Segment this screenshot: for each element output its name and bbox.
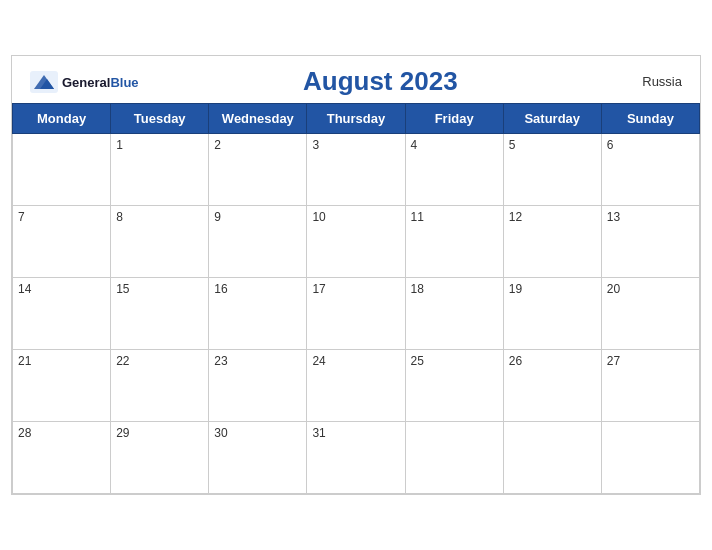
day-number-14: 14 xyxy=(18,282,31,296)
calendar-table: Monday Tuesday Wednesday Thursday Friday… xyxy=(12,103,700,494)
calendar-cell-w3d2: 23 xyxy=(209,350,307,422)
calendar-cell-w3d4: 25 xyxy=(405,350,503,422)
calendar-cell-w4d0: 28 xyxy=(13,422,111,494)
calendar-cell-w4d3: 31 xyxy=(307,422,405,494)
day-number-4: 4 xyxy=(411,138,418,152)
header-sunday: Sunday xyxy=(601,104,699,134)
calendar-cell-w2d0: 14 xyxy=(13,278,111,350)
day-number-9: 9 xyxy=(214,210,221,224)
day-number-5: 5 xyxy=(509,138,516,152)
logo-general-text: GeneralBlue xyxy=(62,73,139,91)
calendar-cell-w4d5 xyxy=(503,422,601,494)
day-number-20: 20 xyxy=(607,282,620,296)
day-number-19: 19 xyxy=(509,282,522,296)
calendar-cell-w2d2: 16 xyxy=(209,278,307,350)
calendar-week-row-4: 21222324252627 xyxy=(13,350,700,422)
calendar-cell-w1d5: 12 xyxy=(503,206,601,278)
calendar-cell-w4d2: 30 xyxy=(209,422,307,494)
day-number-8: 8 xyxy=(116,210,123,224)
day-number-18: 18 xyxy=(411,282,424,296)
header-tuesday: Tuesday xyxy=(111,104,209,134)
day-number-27: 27 xyxy=(607,354,620,368)
day-number-6: 6 xyxy=(607,138,614,152)
calendar-cell-w0d3: 3 xyxy=(307,134,405,206)
calendar-container: GeneralBlue August 2023 Russia Monday Tu… xyxy=(11,55,701,495)
calendar-week-row-3: 14151617181920 xyxy=(13,278,700,350)
calendar-cell-w1d4: 11 xyxy=(405,206,503,278)
calendar-cell-w2d4: 18 xyxy=(405,278,503,350)
calendar-body: 1234567891011121314151617181920212223242… xyxy=(13,134,700,494)
day-number-26: 26 xyxy=(509,354,522,368)
day-number-28: 28 xyxy=(18,426,31,440)
calendar-cell-w1d2: 9 xyxy=(209,206,307,278)
header-monday: Monday xyxy=(13,104,111,134)
calendar-cell-w3d1: 22 xyxy=(111,350,209,422)
day-number-29: 29 xyxy=(116,426,129,440)
calendar-cell-w3d5: 26 xyxy=(503,350,601,422)
day-number-7: 7 xyxy=(18,210,25,224)
day-number-31: 31 xyxy=(312,426,325,440)
day-number-23: 23 xyxy=(214,354,227,368)
calendar-cell-w2d5: 19 xyxy=(503,278,601,350)
header-saturday: Saturday xyxy=(503,104,601,134)
generalblue-logo-icon xyxy=(30,71,58,93)
day-number-15: 15 xyxy=(116,282,129,296)
day-number-17: 17 xyxy=(312,282,325,296)
calendar-cell-w2d3: 17 xyxy=(307,278,405,350)
calendar-cell-w4d1: 29 xyxy=(111,422,209,494)
day-number-25: 25 xyxy=(411,354,424,368)
calendar-cell-w0d2: 2 xyxy=(209,134,307,206)
header-friday: Friday xyxy=(405,104,503,134)
day-number-16: 16 xyxy=(214,282,227,296)
day-number-3: 3 xyxy=(312,138,319,152)
day-number-22: 22 xyxy=(116,354,129,368)
country-label: Russia xyxy=(622,74,682,89)
day-number-1: 1 xyxy=(116,138,123,152)
calendar-week-row-2: 78910111213 xyxy=(13,206,700,278)
logo-area: GeneralBlue xyxy=(30,71,139,93)
calendar-week-row-1: 123456 xyxy=(13,134,700,206)
calendar-title: August 2023 xyxy=(139,66,622,97)
day-number-21: 21 xyxy=(18,354,31,368)
header-thursday: Thursday xyxy=(307,104,405,134)
calendar-cell-w2d1: 15 xyxy=(111,278,209,350)
day-number-13: 13 xyxy=(607,210,620,224)
calendar-week-row-5: 28293031 xyxy=(13,422,700,494)
calendar-cell-w4d4 xyxy=(405,422,503,494)
day-number-12: 12 xyxy=(509,210,522,224)
calendar-cell-w2d6: 20 xyxy=(601,278,699,350)
weekday-header-row: Monday Tuesday Wednesday Thursday Friday… xyxy=(13,104,700,134)
calendar-cell-w1d6: 13 xyxy=(601,206,699,278)
calendar-cell-w0d1: 1 xyxy=(111,134,209,206)
day-number-10: 10 xyxy=(312,210,325,224)
day-number-11: 11 xyxy=(411,210,424,224)
day-number-24: 24 xyxy=(312,354,325,368)
calendar-cell-w0d4: 4 xyxy=(405,134,503,206)
calendar-cell-w3d0: 21 xyxy=(13,350,111,422)
calendar-cell-w0d0 xyxy=(13,134,111,206)
calendar-cell-w3d6: 27 xyxy=(601,350,699,422)
day-number-30: 30 xyxy=(214,426,227,440)
calendar-cell-w3d3: 24 xyxy=(307,350,405,422)
calendar-cell-w1d1: 8 xyxy=(111,206,209,278)
header-wednesday: Wednesday xyxy=(209,104,307,134)
day-number-2: 2 xyxy=(214,138,221,152)
calendar-cell-w0d5: 5 xyxy=(503,134,601,206)
calendar-cell-w0d6: 6 xyxy=(601,134,699,206)
calendar-cell-w1d3: 10 xyxy=(307,206,405,278)
calendar-cell-w4d6 xyxy=(601,422,699,494)
calendar-header: GeneralBlue August 2023 Russia xyxy=(12,56,700,103)
calendar-cell-w1d0: 7 xyxy=(13,206,111,278)
